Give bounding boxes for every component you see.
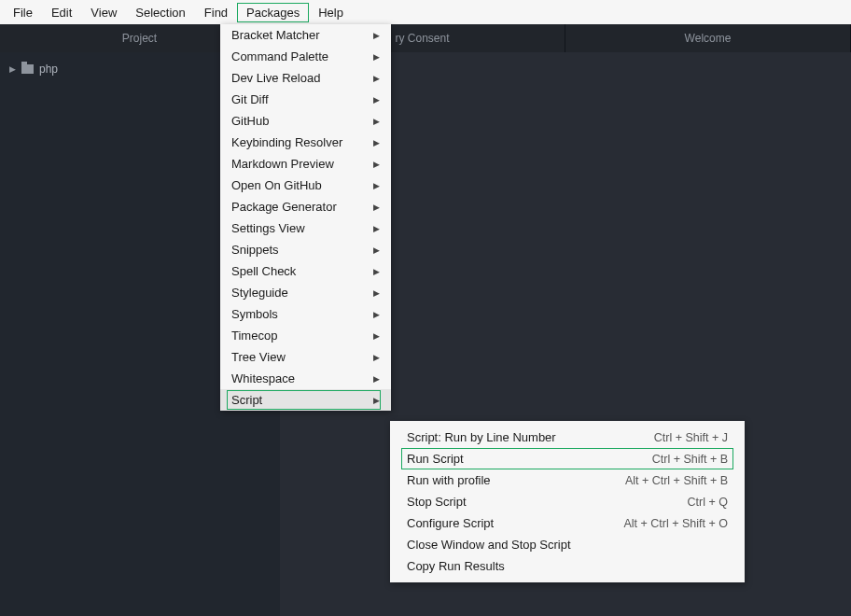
chevron-right-icon: ▶ — [373, 117, 380, 126]
pkg-snippets[interactable]: Snippets▶ — [220, 239, 391, 260]
pkg-whitespace[interactable]: Whitespace▶ — [220, 368, 391, 389]
pkg-bracket-matcher[interactable]: Bracket Matcher▶ — [220, 24, 391, 46]
script-run-by-line-number[interactable]: Script: Run by Line Number Ctrl + Shift … — [390, 427, 745, 448]
chevron-right-icon: ▶ — [373, 224, 380, 233]
menu-selection[interactable]: Selection — [126, 3, 194, 22]
shortcut-label: Ctrl + Shift + B — [652, 453, 728, 466]
script-submenu: Script: Run by Line Number Ctrl + Shift … — [390, 421, 745, 582]
chevron-right-icon: ▶ — [373, 95, 380, 105]
tab-welcome[interactable]: Welcome — [565, 24, 851, 52]
chevron-right-icon: ▶ — [373, 310, 380, 319]
pkg-command-palette[interactable]: Command Palette▶ — [220, 46, 391, 67]
menu-view[interactable]: View — [81, 3, 126, 22]
chevron-right-icon: ▶ — [373, 245, 380, 255]
shortcut-label: Alt + Ctrl + Shift + O — [624, 517, 729, 530]
packages-dropdown: Bracket Matcher▶ Command Palette▶ Dev Li… — [220, 24, 391, 411]
pkg-github[interactable]: GitHub▶ — [220, 110, 391, 132]
menubar: File Edit View Selection Find Packages H… — [0, 0, 851, 24]
menu-file[interactable]: File — [4, 3, 42, 22]
pkg-settings-view[interactable]: Settings View▶ — [220, 217, 391, 239]
chevron-right-icon: ▶ — [373, 31, 380, 40]
script-copy-run-results[interactable]: Copy Run Results — [390, 555, 745, 577]
chevron-right-icon: ▶ — [373, 52, 380, 62]
pkg-tree-view[interactable]: Tree View▶ — [220, 346, 391, 368]
script-run-script[interactable]: Run Script Ctrl + Shift + B — [390, 448, 745, 469]
script-run-with-profile[interactable]: Run with profile Alt + Ctrl + Shift + B — [390, 469, 745, 491]
chevron-right-icon: ▶ — [373, 331, 380, 341]
chevron-right-icon: ▶ — [373, 396, 380, 405]
pkg-git-diff[interactable]: Git Diff▶ — [220, 89, 391, 110]
menu-edit[interactable]: Edit — [42, 3, 81, 22]
shortcut-label: Alt + Ctrl + Shift + B — [625, 474, 728, 487]
chevron-right-icon: ▶ — [373, 138, 380, 147]
pkg-open-on-github[interactable]: Open On GitHub▶ — [220, 175, 391, 196]
pkg-script[interactable]: Script▶ — [220, 389, 391, 411]
pkg-styleguide[interactable]: Styleguide▶ — [220, 282, 391, 303]
script-close-window-stop[interactable]: Close Window and Stop Script — [390, 534, 745, 555]
chevron-right-icon: ▶ — [373, 374, 380, 384]
pkg-timecop[interactable]: Timecop▶ — [220, 325, 391, 346]
pkg-symbols[interactable]: Symbols▶ — [220, 303, 391, 325]
chevron-right-icon: ▶ — [373, 74, 380, 83]
chevron-right-icon: ▶ — [373, 203, 380, 212]
pkg-markdown-preview[interactable]: Markdown Preview▶ — [220, 153, 391, 175]
chevron-right-icon: ▶ — [373, 288, 380, 298]
shortcut-label: Ctrl + Shift + J — [654, 431, 728, 444]
menu-packages[interactable]: Packages — [237, 3, 309, 22]
tabbar: Project ry Consent Welcome — [0, 24, 851, 52]
folder-icon — [21, 64, 34, 74]
pkg-spell-check[interactable]: Spell Check▶ — [220, 260, 391, 282]
tree-root-label: php — [39, 63, 58, 76]
pkg-dev-live-reload[interactable]: Dev Live Reload▶ — [220, 67, 391, 89]
chevron-right-icon: ▶ — [373, 267, 380, 276]
shortcut-label: Ctrl + Q — [688, 496, 728, 509]
chevron-right-icon: ▶ — [373, 353, 380, 362]
script-configure-script[interactable]: Configure Script Alt + Ctrl + Shift + O — [390, 512, 745, 534]
menu-find[interactable]: Find — [195, 3, 237, 22]
chevron-right-icon: ▶ — [373, 181, 380, 190]
pkg-keybinding-resolver[interactable]: Keybinding Resolver▶ — [220, 132, 391, 153]
chevron-right-icon: ▶ — [9, 64, 16, 74]
script-stop-script[interactable]: Stop Script Ctrl + Q — [390, 491, 745, 512]
menu-help[interactable]: Help — [309, 3, 353, 22]
pkg-package-generator[interactable]: Package Generator▶ — [220, 196, 391, 217]
chevron-right-icon: ▶ — [373, 160, 380, 169]
